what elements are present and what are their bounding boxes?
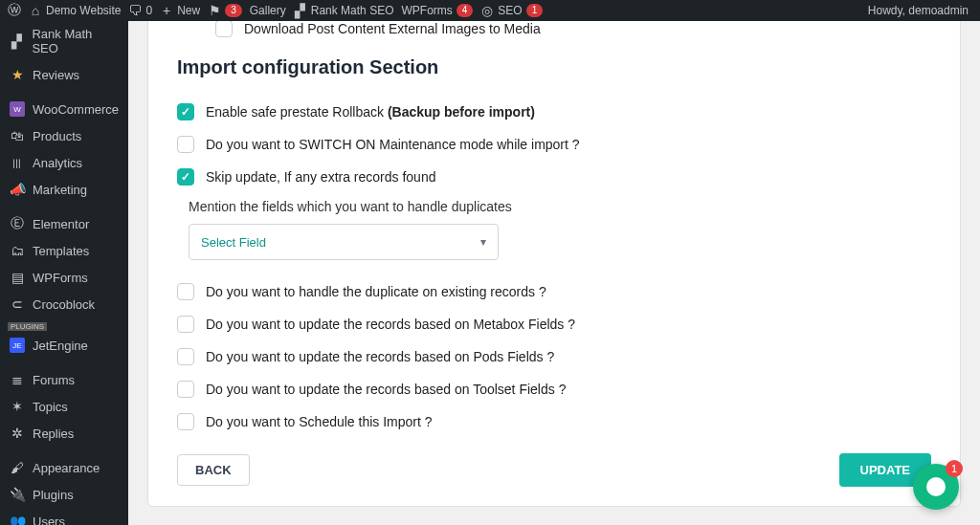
forums-icon: ≣ (10, 372, 25, 387)
sidebar-item-woocommerce[interactable]: WWooCommerce (0, 96, 128, 122)
sidebar-item-label: Topics (33, 400, 68, 414)
checkbox-rollback[interactable]: ✓ (177, 103, 194, 120)
gallery-link[interactable]: Gallery (250, 4, 286, 17)
checkbox-maintenance[interactable] (177, 136, 194, 153)
select-field-duplicates[interactable]: Select Field ▾ (189, 224, 499, 260)
option-schedule: Do you want to Schedule this Import ? (177, 405, 931, 438)
option-label: Enable safe prestate Rollback (Backup be… (206, 104, 535, 120)
howdy-link[interactable]: Howdy, demoadmin (868, 4, 969, 17)
bottom-actions: BACK UPDATE (177, 453, 931, 487)
sidebar-item-label: Appearance (33, 461, 100, 475)
admin-bar-right: Howdy, demoadmin (868, 4, 980, 17)
seo-link[interactable]: ◎SEO1 (480, 3, 543, 18)
option-maintenance: Do you want to SWITCH ON Maintenance mod… (177, 128, 931, 161)
new-label: New (177, 4, 200, 17)
sidebar-item-plugins[interactable]: 🔌Plugins (0, 481, 128, 508)
checkbox-pods[interactable] (177, 348, 194, 365)
notif-link[interactable]: ⚑3 (208, 3, 242, 18)
sidebar-item-crocoblock[interactable]: ⊂Crocoblock (0, 291, 128, 317)
brush-icon: 🖌 (10, 460, 25, 475)
option-toolset: Do you want to update the records based … (177, 373, 931, 405)
option-label: Skip update, If any extra records found (206, 169, 435, 185)
check-icon: ✓ (181, 170, 190, 184)
woo-icon: W (10, 101, 25, 117)
option-handle-duplicate: Do you want to handle the duplicate on e… (177, 275, 931, 308)
target-icon: ◎ (480, 3, 494, 18)
checkbox-toolset[interactable] (177, 381, 194, 398)
form-icon: ▤ (10, 270, 25, 285)
plugins-tag: PLUGINS (8, 322, 47, 331)
plugin-icon: 🔌 (10, 487, 25, 502)
rankmath-link[interactable]: ▞Rank Math SEO (294, 3, 394, 18)
flag-icon: ⚑ (208, 3, 221, 18)
sidebar-item-label: Marketing (33, 183, 87, 197)
sidebar-item-label: Templates (33, 244, 89, 258)
jet-icon: JE (10, 338, 25, 353)
gallery-label: Gallery (250, 4, 286, 17)
new-link[interactable]: +New (160, 3, 200, 18)
chart-icon: ▞ (294, 3, 307, 18)
admin-sidebar: ▞Rank Math SEO ★Reviews WWooCommerce 🛍Pr… (0, 21, 128, 525)
comments-count: 0 (145, 4, 152, 17)
option-label: Do you want to update the records based … (206, 317, 575, 332)
check-icon: ✓ (181, 105, 190, 119)
wordpress-icon: ⓦ (8, 2, 21, 19)
checkbox-handle-duplicate[interactable] (177, 283, 194, 300)
sidebar-item-label: Users (33, 514, 65, 526)
sidebar-item-elementor[interactable]: ⒺElementor (0, 210, 128, 237)
sidebar-item-forums[interactable]: ≣Forums (0, 366, 128, 393)
checkbox-skip-update[interactable]: ✓ (177, 168, 194, 186)
notif-badge: 3 (225, 4, 242, 17)
topics-icon: ✶ (10, 399, 25, 414)
elementor-icon: Ⓔ (10, 216, 25, 231)
chevron-down-icon: ▾ (480, 235, 486, 249)
option-label: Do you want to update the records based … (206, 382, 566, 397)
sidebar-item-users[interactable]: 👥Users (0, 508, 128, 525)
sidebar-item-label: Elementor (33, 217, 89, 231)
main-content: Download Post Content External Images to… (128, 21, 980, 525)
croco-icon: ⊂ (10, 296, 25, 312)
checkbox-metabox[interactable] (177, 316, 194, 333)
home-icon: ⌂ (29, 3, 42, 18)
checkbox-schedule[interactable] (177, 413, 194, 430)
wpforms-badge: 4 (457, 4, 474, 17)
checkbox-download-images[interactable] (215, 21, 233, 37)
sidebar-item-label: WooCommerce (33, 102, 119, 117)
import-card: Download Post Content External Images to… (147, 21, 961, 507)
sidebar-item-jetengine[interactable]: JEJetEngine (0, 332, 128, 359)
star-icon: ★ (10, 67, 25, 82)
option-metabox: Do you want to update the records based … (177, 308, 931, 340)
option-rollback: ✓ Enable safe prestate Rollback (Backup … (177, 96, 931, 128)
sidebar-item-products[interactable]: 🛍Products (0, 122, 128, 149)
chat-badge: 1 (946, 460, 963, 477)
seo-label: SEO (498, 4, 522, 17)
sidebar-item-label: Analytics (33, 156, 82, 170)
sidebar-item-analytics[interactable]: ⫼Analytics (0, 149, 128, 176)
option-label: Do you want to handle the duplicate on e… (206, 284, 546, 299)
sidebar-item-label: WPForms (33, 271, 88, 285)
users-icon: 👥 (10, 514, 25, 525)
chat-bubble[interactable]: 1 (913, 464, 959, 510)
wp-logo[interactable]: ⓦ (8, 2, 21, 19)
sidebar-item-topics[interactable]: ✶Topics (0, 393, 128, 420)
admin-bar-left: ⓦ ⌂Demo Website 🗨0 +New ⚑3 Gallery ▞Rank… (0, 2, 543, 19)
sidebar-item-marketing[interactable]: 📣Marketing (0, 176, 128, 203)
sidebar-item-appearance[interactable]: 🖌Appearance (0, 454, 128, 481)
seo-badge: 1 (526, 4, 544, 17)
select-placeholder: Select Field (201, 235, 266, 250)
back-button[interactable]: BACK (177, 454, 250, 486)
sidebar-item-rankmath[interactable]: ▞Rank Math SEO (0, 21, 128, 61)
option-download-images: Download Post Content External Images to… (177, 21, 931, 43)
option-skip-update: ✓ Skip update, If any extra records foun… (177, 161, 931, 193)
site-link[interactable]: ⌂Demo Website (29, 3, 121, 18)
wpforms-link[interactable]: WPForms4 (401, 4, 473, 17)
sidebar-item-replies[interactable]: ✲Replies (0, 420, 128, 447)
comments-link[interactable]: 🗨0 (128, 3, 152, 18)
sidebar-item-reviews[interactable]: ★Reviews (0, 61, 128, 88)
sidebar-item-label: Rank Math SEO (32, 27, 119, 55)
mention-label: Mention the fields which you want to han… (189, 199, 931, 214)
plus-icon: + (160, 3, 173, 18)
sidebar-item-templates[interactable]: 🗂Templates (0, 237, 128, 264)
howdy-text: Howdy, demoadmin (868, 4, 969, 17)
sidebar-item-wpforms[interactable]: ▤WPForms (0, 264, 128, 291)
